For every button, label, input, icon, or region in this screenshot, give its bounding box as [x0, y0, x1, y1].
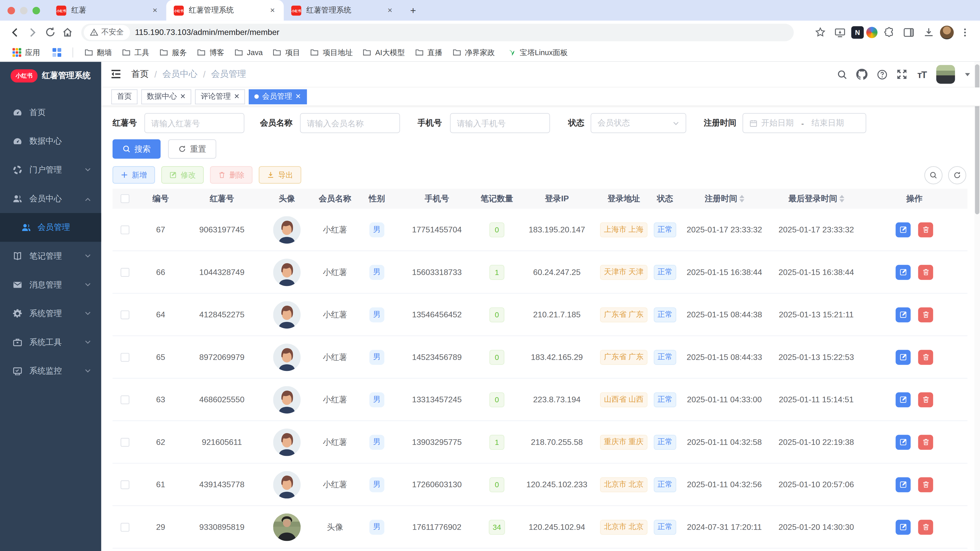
- extension-color-icon[interactable]: [866, 27, 877, 38]
- sidebar-item-消息管理[interactable]: 消息管理: [0, 270, 101, 299]
- reload-icon[interactable]: [41, 24, 59, 41]
- delete-button[interactable]: 删除: [210, 166, 253, 184]
- browser-profile-avatar[interactable]: [940, 25, 954, 39]
- user-avatar[interactable]: [936, 65, 955, 84]
- bookmark-folder[interactable]: 项目地址: [305, 45, 358, 60]
- tab-close-icon[interactable]: ✕: [267, 5, 277, 15]
- user-menu-caret-icon[interactable]: [965, 73, 970, 76]
- tag-close-icon[interactable]: ✕: [295, 92, 301, 100]
- forward-icon[interactable]: [24, 24, 41, 41]
- row-delete-button[interactable]: [918, 434, 933, 449]
- grid-bookmark[interactable]: [48, 46, 66, 59]
- member-name-input[interactable]: [307, 118, 393, 128]
- sidebar-item-系统工具[interactable]: 系统工具: [0, 328, 101, 357]
- extensions-puzzle-icon[interactable]: [880, 24, 897, 41]
- row-delete-button[interactable]: [918, 392, 933, 407]
- add-button[interactable]: 新增: [113, 166, 155, 184]
- sort-arrows-icon[interactable]: [839, 195, 844, 202]
- refresh-table-button[interactable]: [948, 166, 966, 184]
- bookmark-baota[interactable]: 宝塔Linux面板: [502, 45, 573, 60]
- tag-close-icon[interactable]: ✕: [180, 92, 186, 100]
- browser-tab[interactable]: 小红书红薯管理系统✕: [284, 0, 401, 21]
- row-checkbox[interactable]: [121, 480, 129, 489]
- sidebar-item-首页[interactable]: 首页: [0, 98, 101, 127]
- bookmark-folder[interactable]: AI大模型: [358, 45, 410, 60]
- member-avatar[interactable]: [273, 386, 301, 413]
- breadcrumb-member-center[interactable]: 会员中心: [162, 68, 197, 80]
- member-avatar[interactable]: [273, 301, 301, 328]
- tag-会员管理[interactable]: 会员管理✕: [249, 89, 307, 104]
- row-checkbox[interactable]: [121, 523, 129, 531]
- sidebar-item-会员中心[interactable]: 会员中心: [0, 184, 101, 213]
- row-edit-button[interactable]: [896, 434, 911, 449]
- row-delete-button[interactable]: [918, 477, 933, 492]
- member-avatar[interactable]: [273, 216, 301, 243]
- sidebar-item-系统管理[interactable]: 系统管理: [0, 299, 101, 328]
- sidebar-item-系统监控[interactable]: 系统监控: [0, 357, 101, 386]
- row-edit-button[interactable]: [896, 307, 911, 322]
- sidebar-collapse-icon[interactable]: [110, 68, 123, 81]
- row-edit-button[interactable]: [896, 477, 911, 492]
- tab-close-icon[interactable]: ✕: [385, 5, 395, 15]
- app-logo[interactable]: 小红书 红薯管理系统: [0, 62, 101, 89]
- browser-menu-icon[interactable]: [956, 24, 974, 41]
- export-button[interactable]: 导出: [259, 166, 301, 184]
- send-to-device-icon[interactable]: [831, 24, 849, 41]
- member-avatar[interactable]: [273, 428, 301, 456]
- reset-button[interactable]: 重置: [168, 139, 216, 159]
- row-checkbox[interactable]: [121, 395, 129, 404]
- home-icon[interactable]: [59, 24, 76, 41]
- sort-arrows-icon[interactable]: [739, 195, 744, 202]
- bookmark-folder[interactable]: 项目: [268, 45, 305, 60]
- member-avatar[interactable]: [273, 471, 301, 498]
- browser-tab[interactable]: 小红书红薯管理系统✕: [166, 0, 283, 21]
- row-checkbox[interactable]: [121, 353, 129, 361]
- tab-close-icon[interactable]: ✕: [150, 5, 160, 15]
- toggle-search-button[interactable]: [924, 166, 942, 184]
- row-delete-button[interactable]: [918, 519, 933, 534]
- apps-shortcut[interactable]: 应用: [7, 45, 45, 60]
- close-window-button[interactable]: [7, 6, 15, 14]
- github-icon[interactable]: [856, 68, 867, 80]
- row-delete-button[interactable]: [918, 222, 933, 237]
- regtime-daterange-input[interactable]: 开始日期 - 结束日期: [742, 113, 866, 133]
- url-text[interactable]: 115.190.73.103/admin/member/member: [135, 27, 280, 37]
- back-icon[interactable]: [6, 24, 24, 41]
- bookmark-folder[interactable]: Java: [229, 46, 268, 59]
- scrollbar-thumb[interactable]: [975, 64, 979, 214]
- bookmark-folder[interactable]: 翻墙: [80, 45, 117, 60]
- bookmark-folder[interactable]: 博客: [192, 45, 229, 60]
- bookmark-folder[interactable]: 直播: [410, 45, 447, 60]
- help-icon[interactable]: [876, 68, 887, 80]
- status-select[interactable]: 会员状态: [590, 113, 686, 133]
- breadcrumb-home[interactable]: 首页: [131, 68, 149, 80]
- row-edit-button[interactable]: [896, 519, 911, 534]
- sidebar-item-会员管理[interactable]: 会员管理: [0, 213, 101, 242]
- row-checkbox[interactable]: [121, 225, 129, 234]
- member-avatar[interactable]: [273, 343, 301, 371]
- row-edit-button[interactable]: [896, 392, 911, 407]
- tag-首页[interactable]: 首页: [111, 89, 138, 104]
- browser-tab[interactable]: 小红书红薯✕: [49, 0, 166, 21]
- downloads-icon[interactable]: [920, 24, 938, 41]
- sidebar-item-笔记管理[interactable]: 笔记管理: [0, 242, 101, 271]
- row-edit-button[interactable]: [896, 265, 911, 279]
- phone-input[interactable]: [457, 118, 543, 128]
- tag-评论管理[interactable]: 评论管理✕: [195, 89, 245, 104]
- address-input[interactable]: 不安全 115.190.73.103/admin/member/member: [81, 24, 794, 41]
- side-panel-icon[interactable]: [900, 24, 918, 41]
- font-size-icon[interactable]: тТ: [916, 68, 928, 80]
- fullscreen-icon[interactable]: [896, 68, 907, 80]
- bookmark-folder[interactable]: 净界家政: [447, 45, 500, 60]
- search-button[interactable]: 搜索: [113, 139, 161, 159]
- row-edit-button[interactable]: [896, 349, 911, 365]
- bookmark-folder[interactable]: 服务: [154, 45, 192, 60]
- bookmark-folder[interactable]: 工具: [117, 45, 154, 60]
- member-avatar[interactable]: [273, 259, 301, 286]
- sidebar-item-门户管理[interactable]: 门户管理: [0, 156, 101, 184]
- window-controls[interactable]: [0, 6, 49, 14]
- page-scrollbar[interactable]: [974, 62, 980, 551]
- tag-close-icon[interactable]: ✕: [234, 92, 240, 100]
- bookmark-star-icon[interactable]: [811, 24, 829, 41]
- security-chip[interactable]: 不安全: [84, 25, 130, 40]
